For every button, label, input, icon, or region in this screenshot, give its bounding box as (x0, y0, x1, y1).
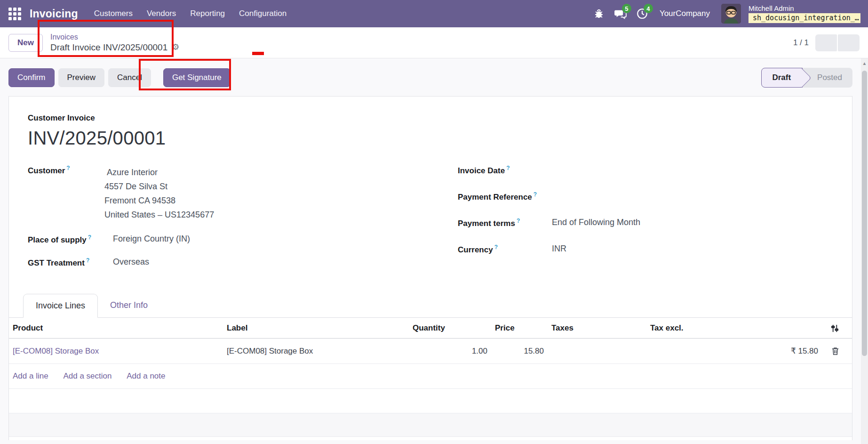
invoice-line-row[interactable]: [E-COM08] Storage Box [E-COM08] Storage … (9, 339, 852, 364)
invoicing-app-screen: Invoicing Customers Vendors Reporting Co… (0, 0, 868, 444)
help-icon: ? (86, 257, 89, 264)
add-line-row: Add a line Add a section Add a note (9, 364, 852, 389)
help-icon: ? (494, 244, 498, 250)
header-product[interactable]: Product (9, 318, 223, 339)
field-gst-treatment: GST Treatment? Overseas (28, 257, 437, 268)
customer-address-line: Fremont CA 94538 (104, 194, 214, 208)
customer-value[interactable]: Azure Interior 4557 De Silva St Fremont … (104, 165, 214, 222)
company-switcher[interactable]: YourCompany (660, 9, 710, 18)
payment-terms-value[interactable]: End of Following Month (552, 218, 640, 233)
tab-bar: Invoice Lines Other Info (9, 294, 852, 318)
document-type-label: Customer Invoice (28, 113, 835, 123)
avatar-image (721, 4, 741, 24)
new-button[interactable]: New (8, 34, 43, 52)
product-link[interactable]: [E-COM08] Storage Box (13, 347, 99, 355)
table-header-row: Product Label Quantity Price Taxes Tax e… (9, 318, 852, 339)
confirm-button[interactable]: Confirm (8, 68, 55, 87)
line-quantity[interactable]: 1.00 (409, 339, 491, 364)
empty-row (9, 389, 852, 413)
messages-button[interactable]: 5 (612, 5, 629, 23)
debug-bug-icon[interactable] (590, 5, 608, 23)
field-place-of-supply: Place of supply? Foreign Country (IN) (28, 234, 437, 245)
scroll-up-arrow-icon[interactable]: ▲ (861, 58, 868, 66)
payment-reference-label: Payment Reference (458, 193, 532, 202)
form-sheet: Customer Invoice INV/2025/00001 Customer… (8, 96, 852, 440)
gst-treatment-value[interactable]: Overseas (113, 257, 149, 268)
breadcrumb: Invoices Draft Invoice INV/2025/00001 ⚙ (50, 32, 179, 53)
header-taxes[interactable]: Taxes (548, 318, 646, 339)
header-label[interactable]: Label (223, 318, 409, 339)
add-a-line-link[interactable]: Add a line (13, 371, 48, 380)
currency-value[interactable]: INR (552, 244, 566, 259)
place-of-supply-label: Place of supply (28, 235, 87, 244)
database-chip[interactable]: sh_docusign_integration_… (749, 13, 860, 24)
currency-label: Currency (458, 245, 493, 254)
add-a-section-link[interactable]: Add a section (63, 371, 111, 380)
customer-name[interactable]: Azure Interior (107, 165, 214, 179)
menu-vendors[interactable]: Vendors (147, 9, 176, 18)
left-field-column: Customer? Azure Interior 4557 De Silva S… (28, 165, 437, 274)
apps-grid-icon[interactable] (8, 8, 21, 20)
delete-line-icon[interactable] (831, 347, 839, 355)
cancel-button[interactable]: Cancel (108, 68, 151, 87)
status-posted[interactable]: Posted (809, 73, 852, 82)
form-view: Confirm Preview Cancel Get Signature Dra… (0, 58, 861, 444)
header-quantity[interactable]: Quantity (409, 318, 491, 339)
activities-button[interactable]: 4 (633, 5, 651, 23)
get-signature-button[interactable]: Get Signature (163, 68, 231, 87)
help-icon: ? (517, 218, 520, 224)
header-tax-excl[interactable]: Tax excl. (646, 318, 822, 339)
help-icon: ? (534, 191, 537, 198)
bug-icon (593, 8, 605, 19)
tab-other-info[interactable]: Other Info (98, 294, 160, 317)
user-avatar[interactable] (721, 4, 741, 24)
breadcrumb-invoices-link[interactable]: Invoices (50, 32, 179, 42)
pager-previous-button[interactable] (815, 34, 837, 51)
form-statusbar: Confirm Preview Cancel Get Signature Dra… (0, 58, 861, 96)
field-customer: Customer? Azure Interior 4557 De Silva S… (28, 165, 437, 222)
invoice-number[interactable]: INV/2025/00001 (28, 128, 835, 149)
app-name[interactable]: Invoicing (30, 8, 78, 20)
menu-configuration[interactable]: Configuration (239, 9, 287, 18)
activities-count-badge: 4 (644, 4, 653, 13)
line-price[interactable]: 15.80 (491, 339, 548, 364)
customer-label: Customer (28, 166, 65, 175)
invoice-date-label: Invoice Date (458, 166, 505, 175)
add-a-note-link[interactable]: Add a note (127, 371, 165, 380)
tab-invoice-lines[interactable]: Invoice Lines (23, 294, 98, 318)
customer-address-line: United States – US12345677 (104, 208, 214, 222)
header-price[interactable]: Price (491, 318, 548, 339)
optional-columns-icon[interactable] (830, 324, 839, 333)
field-payment-terms: Payment terms? End of Following Month (458, 218, 796, 233)
pager-next-button[interactable] (838, 34, 860, 51)
top-nav-bar: Invoicing Customers Vendors Reporting Co… (0, 0, 868, 27)
field-currency: Currency? INR (458, 244, 796, 259)
field-payment-reference: Payment Reference? (458, 191, 796, 207)
gear-icon[interactable]: ⚙ (172, 42, 179, 53)
empty-row (9, 413, 852, 437)
payment-terms-label: Payment terms (458, 219, 515, 228)
invoice-lines-table: Product Label Quantity Price Taxes Tax e… (9, 318, 852, 437)
line-taxes[interactable] (548, 339, 646, 364)
preview-button[interactable]: Preview (58, 68, 104, 87)
customer-address-line: 4557 De Silva St (104, 179, 214, 194)
right-field-column: Invoice Date? Payment Reference? Payment… (458, 165, 796, 274)
help-icon: ? (88, 234, 91, 241)
menu-customers[interactable]: Customers (94, 9, 133, 18)
database-name: sh_docusign_integration_… (753, 14, 859, 23)
pager-count: 1 / 1 (793, 38, 809, 48)
gst-treatment-label: GST Treatment (28, 258, 85, 267)
sheet-footer: Terms and Conditions Total: ₹ 15.80 (9, 437, 852, 440)
field-invoice-date: Invoice Date? (458, 165, 796, 180)
pager (815, 34, 860, 51)
help-icon: ? (66, 165, 70, 171)
line-label[interactable]: [E-COM08] Storage Box (223, 339, 409, 364)
user-name[interactable]: Mitchell Admin (749, 4, 860, 13)
place-of-supply-value[interactable]: Foreign Country (IN) (113, 234, 190, 245)
vertical-scrollbar[interactable]: ▲ (861, 58, 868, 444)
menu-reporting[interactable]: Reporting (190, 9, 225, 18)
scrollbar-thumb[interactable] (862, 71, 867, 356)
notebook: Invoice Lines Other Info Product Label Q… (9, 294, 852, 437)
messages-count-badge: 5 (622, 4, 631, 13)
control-panel: New Invoices Draft Invoice INV/2025/0000… (0, 27, 868, 58)
